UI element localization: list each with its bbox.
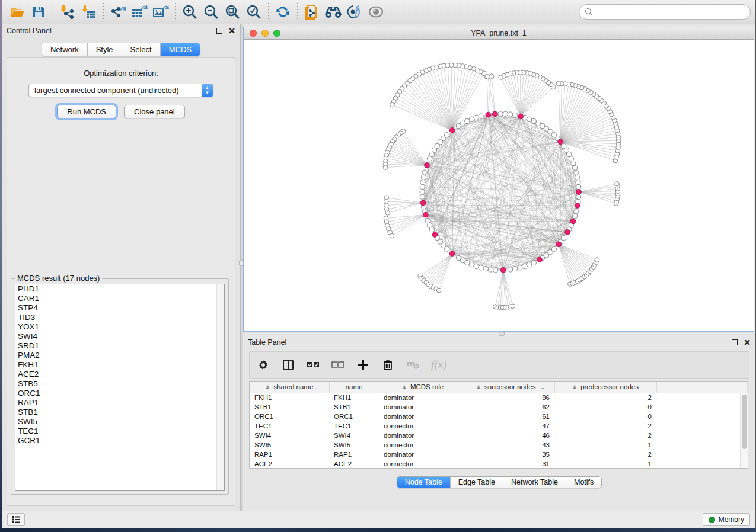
table-cell[interactable]: connector xyxy=(379,440,467,450)
graph-mcds-hub-node[interactable] xyxy=(500,268,506,273)
graph-leaf-node[interactable] xyxy=(383,165,388,170)
zoom-selected-icon[interactable] xyxy=(243,2,264,22)
result-node-item[interactable]: ORC1 xyxy=(15,389,224,398)
graph-node[interactable] xyxy=(572,165,577,170)
result-node-item[interactable]: PMA2 xyxy=(15,351,224,360)
graph-node[interactable] xyxy=(535,121,540,126)
graph-node[interactable] xyxy=(508,267,512,272)
graph-node[interactable] xyxy=(569,156,573,161)
table-cell[interactable]: TEC1 xyxy=(329,421,379,431)
tab-mcds[interactable]: MCDS xyxy=(161,43,200,56)
graph-node[interactable] xyxy=(513,113,518,117)
export-network-icon[interactable] xyxy=(107,2,129,22)
graph-node[interactable] xyxy=(503,111,508,116)
tab-edge-table[interactable]: Edge Table xyxy=(451,477,503,488)
graph-node[interactable] xyxy=(420,190,425,194)
table-row[interactable]: RAP1RAP1dominator352 xyxy=(250,450,748,459)
mcds-result-list[interactable]: PHD1CAR1STP4TID3YOX1SWI4SRD1PMA2FKH1ACE2… xyxy=(15,284,225,491)
graph-node[interactable] xyxy=(422,170,427,175)
run-mcds-button[interactable]: Run MCDS xyxy=(57,105,116,118)
table-cell[interactable]: SWI4 xyxy=(250,431,329,440)
table-cell[interactable]: STB1 xyxy=(250,402,329,412)
table-cell[interactable]: dominator xyxy=(379,393,467,402)
graph-node[interactable] xyxy=(427,156,432,161)
show-all-icon[interactable] xyxy=(365,2,387,22)
new-network-from-selection-icon[interactable] xyxy=(301,2,323,22)
graph-node[interactable] xyxy=(576,194,581,199)
graph-node[interactable] xyxy=(562,235,566,240)
network-window-titlebar[interactable]: YPA_prune.txt_1 xyxy=(244,27,754,40)
table-cell[interactable]: 62 xyxy=(467,402,554,412)
select-all-icon[interactable] xyxy=(307,358,320,371)
table-cell[interactable]: RAP1 xyxy=(250,450,329,459)
apply-layout-icon[interactable] xyxy=(272,2,294,22)
table-cell[interactable]: 61 xyxy=(467,412,554,421)
graph-node[interactable] xyxy=(479,114,483,118)
graph-mcds-hub-node[interactable] xyxy=(432,232,438,238)
graph-leaf-node[interactable] xyxy=(436,288,441,293)
table-cell[interactable]: 2 xyxy=(554,450,656,459)
graph-node[interactable] xyxy=(420,180,425,184)
column-header-shared-name[interactable]: ♟shared name xyxy=(250,382,329,393)
delete-column-icon[interactable] xyxy=(381,358,394,371)
scrollbar-thumb[interactable] xyxy=(742,395,747,449)
graph-leaf-node[interactable] xyxy=(385,211,390,216)
tab-network[interactable]: Network xyxy=(42,43,88,56)
graph-node[interactable] xyxy=(420,185,425,190)
graph-node[interactable] xyxy=(527,262,531,267)
table-cell[interactable]: 46 xyxy=(467,431,554,440)
task-history-button[interactable] xyxy=(7,513,25,526)
table-cell[interactable]: SWI4 xyxy=(329,431,379,440)
graph-node[interactable] xyxy=(513,267,518,271)
graph-node[interactable] xyxy=(527,117,531,121)
result-node-item[interactable]: RAP1 xyxy=(15,398,224,408)
first-neighbors-icon[interactable] xyxy=(323,2,344,22)
search-box[interactable] xyxy=(579,4,751,20)
graph-leaf-node[interactable] xyxy=(499,75,503,80)
graph-node[interactable] xyxy=(531,260,536,265)
search-input[interactable] xyxy=(593,8,745,16)
graph-mcds-hub-node[interactable] xyxy=(449,128,455,133)
result-node-item[interactable]: GCR1 xyxy=(15,436,224,446)
graph-mcds-hub-node[interactable] xyxy=(537,257,543,262)
table-cell[interactable]: STB1 xyxy=(329,402,379,412)
table-row[interactable]: STB1STB1dominator620 xyxy=(250,402,748,412)
graph-node[interactable] xyxy=(469,262,474,267)
graph-mcds-hub-node[interactable] xyxy=(570,219,576,224)
table-cell[interactable]: connector xyxy=(379,459,467,469)
graph-node[interactable] xyxy=(474,115,479,120)
export-image-icon[interactable] xyxy=(150,2,171,22)
result-node-item[interactable]: PHD1 xyxy=(15,284,224,294)
graph-mcds-hub-node[interactable] xyxy=(518,114,524,119)
table-cell[interactable]: FKH1 xyxy=(250,393,329,402)
column-selector-icon[interactable] xyxy=(282,358,295,371)
table-cell[interactable]: dominator xyxy=(379,412,467,421)
zoom-fit-icon[interactable] xyxy=(222,2,243,22)
table-scrollbar[interactable] xyxy=(740,393,748,468)
graph-leaf-node[interactable] xyxy=(486,75,490,79)
table-cell[interactable]: 31 xyxy=(467,459,554,469)
result-node-item[interactable]: TID3 xyxy=(15,313,224,322)
result-list-scrollbar[interactable] xyxy=(216,284,224,490)
graph-mcds-hub-node[interactable] xyxy=(420,200,426,206)
graph-leaf-node[interactable] xyxy=(556,81,561,86)
graph-node[interactable] xyxy=(576,185,581,190)
graph-node[interactable] xyxy=(474,264,479,268)
graph-mcds-hub-node[interactable] xyxy=(575,203,580,209)
node-table[interactable]: ♟shared namename♟MCDS role♟successor nod… xyxy=(249,381,748,469)
graph-node[interactable] xyxy=(574,209,579,214)
graph-node[interactable] xyxy=(572,214,577,219)
graph-node[interactable] xyxy=(574,170,579,175)
table-cell[interactable]: SWI5 xyxy=(250,440,329,450)
criterion-select[interactable]: largest connected component (undirected)… xyxy=(28,84,213,97)
result-node-item[interactable]: CAR1 xyxy=(15,294,224,303)
graph-mcds-hub-node[interactable] xyxy=(423,212,428,217)
graph-mcds-hub-node[interactable] xyxy=(492,111,497,117)
graph-mcds-hub-node[interactable] xyxy=(558,139,563,145)
table-cell[interactable]: 0 xyxy=(554,402,656,412)
graph-leaf-node[interactable] xyxy=(595,258,599,262)
graph-node[interactable] xyxy=(421,175,426,180)
table-row[interactable]: TEC1TEC1connector472 xyxy=(250,421,748,431)
splitter-knob[interactable] xyxy=(499,332,505,336)
result-node-item[interactable]: STB1 xyxy=(15,408,224,417)
